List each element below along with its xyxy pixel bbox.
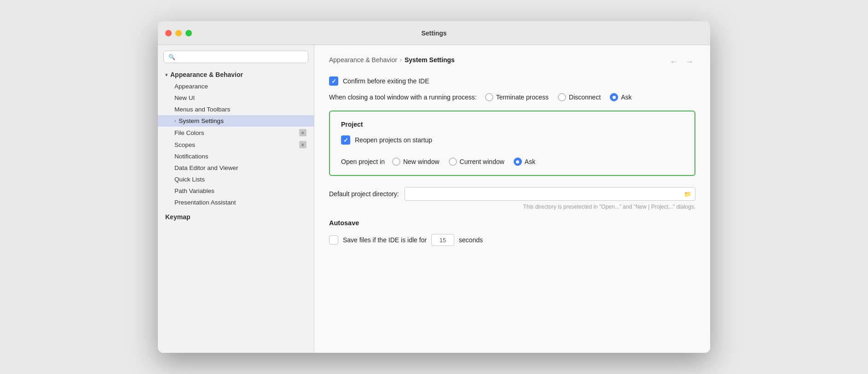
sidebar-item-new-ui[interactable]: New UI: [158, 92, 314, 104]
sidebar-item-keymap[interactable]: Keymap: [158, 211, 314, 223]
chevron-down-icon: ▾: [165, 72, 168, 77]
autosave-row: Save files if the IDE is idle for 15 sec…: [329, 234, 695, 246]
disconnect-radio[interactable]: [558, 93, 566, 101]
breadcrumb-separator: ›: [400, 57, 402, 63]
current-window-option[interactable]: Current window: [449, 158, 504, 166]
search-container: 🔍: [158, 51, 314, 69]
terminate-radio[interactable]: [485, 93, 493, 101]
confirm-exit-checkbox[interactable]: ✓: [329, 76, 338, 86]
closing-process-radio-group: Terminate process Disconnect Ask: [485, 93, 632, 101]
reopen-projects-row: ✓ Reopen projects on startup: [341, 135, 683, 145]
terminate-label: Terminate process: [496, 94, 549, 101]
search-input[interactable]: [178, 53, 303, 60]
sidebar-label-appearance: Appearance: [174, 83, 208, 90]
nav-arrows: ← →: [668, 56, 695, 68]
sidebar-label-notifications: Notifications: [174, 153, 208, 160]
seconds-label: seconds: [459, 236, 483, 244]
current-window-label: Current window: [460, 158, 504, 165]
folder-icon: 📁: [684, 191, 691, 198]
sidebar-label-data-editor: Data Editor and Viewer: [174, 164, 238, 171]
new-window-option[interactable]: New window: [392, 158, 440, 166]
checkmark-icon: ✓: [331, 78, 336, 84]
sidebar-item-appearance-behavior[interactable]: ▾ Appearance & Behavior: [158, 69, 314, 81]
confirm-exit-row: ✓ Confirm before exiting the IDE: [329, 76, 695, 86]
maximize-button[interactable]: [185, 30, 192, 36]
sidebar-label-keymap: Keymap: [165, 213, 190, 221]
disconnect-label: Disconnect: [569, 94, 601, 101]
sidebar-item-file-colors[interactable]: File Colors ≡: [158, 127, 314, 139]
chevron-right-icon: ›: [174, 118, 176, 123]
back-arrow[interactable]: ←: [668, 56, 680, 68]
new-window-label: New window: [403, 158, 440, 165]
ask-process-option[interactable]: Ask: [610, 93, 631, 101]
closing-process-label: When closing a tool window with a runnin…: [329, 94, 477, 101]
sidebar-item-presentation-assistant[interactable]: Presentation Assistant: [158, 197, 314, 208]
sidebar-label-quick-lists: Quick Lists: [174, 176, 205, 183]
terminate-option[interactable]: Terminate process: [485, 93, 549, 101]
search-box[interactable]: 🔍: [163, 51, 308, 63]
autosave-checkbox[interactable]: [329, 235, 338, 245]
new-window-radio[interactable]: [392, 158, 400, 166]
ask-radio-dot: [516, 160, 519, 164]
autosave-title: Autosave: [329, 219, 695, 227]
sidebar-item-appearance[interactable]: Appearance: [158, 81, 314, 92]
ask-project-option[interactable]: Ask: [514, 158, 535, 166]
sidebar-label-new-ui: New UI: [174, 94, 195, 101]
settings-main-panel: ← → Appearance & Behavior › System Setti…: [314, 45, 710, 353]
open-project-label: Open project in: [341, 158, 385, 165]
ask-project-radio[interactable]: [514, 158, 522, 166]
sidebar-label-presentation-assistant: Presentation Assistant: [174, 199, 236, 206]
default-dir-input[interactable]: 📁: [405, 187, 695, 201]
default-dir-row: Default project directory: 📁: [329, 187, 695, 201]
scopes-badge: ≡: [299, 141, 307, 148]
reopen-projects-checkbox[interactable]: ✓: [341, 135, 350, 145]
file-colors-badge: ≡: [299, 129, 307, 136]
sidebar-item-notifications[interactable]: Notifications: [158, 151, 314, 162]
open-project-radio-group: New window Current window Ask: [392, 158, 535, 166]
dir-hint-text: This directory is preselected in "Open..…: [523, 204, 695, 210]
sidebar-item-system-settings[interactable]: › System Settings: [158, 115, 314, 127]
default-dir-label: Default project directory:: [329, 190, 399, 198]
idle-seconds-value: 15: [440, 237, 446, 244]
open-project-row: Open project in New window Current windo…: [341, 158, 683, 166]
confirm-exit-label: Confirm before exiting the IDE: [343, 77, 429, 85]
minimize-button[interactable]: [175, 30, 182, 36]
breadcrumb-parent[interactable]: Appearance & Behavior: [329, 56, 397, 64]
sidebar-label-path-variables: Path Variables: [174, 187, 214, 194]
current-window-radio[interactable]: [449, 158, 457, 166]
sidebar-item-quick-lists[interactable]: Quick Lists: [158, 174, 314, 185]
sidebar-item-scopes[interactable]: Scopes ≡: [158, 139, 314, 151]
window-title: Settings: [421, 29, 446, 37]
sidebar-label-system-settings: System Settings: [179, 117, 224, 124]
breadcrumb-current: System Settings: [405, 56, 455, 64]
titlebar: Settings: [158, 21, 710, 45]
radio-inner-dot: [613, 96, 616, 99]
sidebar: 🔍 ▾ Appearance & Behavior Appearance New…: [158, 45, 314, 353]
project-section-title: Project: [341, 121, 683, 128]
ask-project-label: Ask: [525, 158, 535, 165]
sidebar-label-scopes: Scopes: [174, 141, 195, 148]
ask-process-radio[interactable]: [610, 93, 618, 101]
breadcrumb: Appearance & Behavior › System Settings: [329, 56, 695, 64]
project-box: Project ✓ Reopen projects on startup Ope…: [329, 111, 695, 176]
search-icon: 🔍: [168, 54, 175, 60]
sidebar-item-menus-toolbars[interactable]: Menus and Toolbars: [158, 104, 314, 115]
autosave-label: Save files if the IDE is idle for: [343, 236, 427, 244]
ask-process-label: Ask: [621, 94, 631, 101]
sidebar-label-appearance-behavior: Appearance & Behavior: [170, 71, 243, 78]
main-content: 🔍 ▾ Appearance & Behavior Appearance New…: [158, 45, 710, 353]
forward-arrow[interactable]: →: [683, 56, 695, 68]
sidebar-label-menus-toolbars: Menus and Toolbars: [174, 106, 230, 113]
sidebar-label-file-colors: File Colors: [174, 129, 204, 136]
idle-seconds-input[interactable]: 15: [431, 234, 454, 246]
default-dir-hint: This directory is preselected in "Open..…: [329, 204, 695, 210]
reopen-label: Reopen projects on startup: [355, 136, 432, 144]
disconnect-option[interactable]: Disconnect: [558, 93, 601, 101]
window-controls: [165, 30, 192, 36]
sidebar-item-path-variables[interactable]: Path Variables: [158, 185, 314, 197]
closing-process-row: When closing a tool window with a runnin…: [329, 93, 695, 101]
close-button[interactable]: [165, 30, 172, 36]
settings-window: Settings 🔍 ▾ Appearance & Behavior Appea…: [158, 21, 710, 353]
project-inner: ✓ Reopen projects on startup Open projec…: [341, 135, 683, 166]
sidebar-item-data-editor[interactable]: Data Editor and Viewer: [158, 162, 314, 174]
